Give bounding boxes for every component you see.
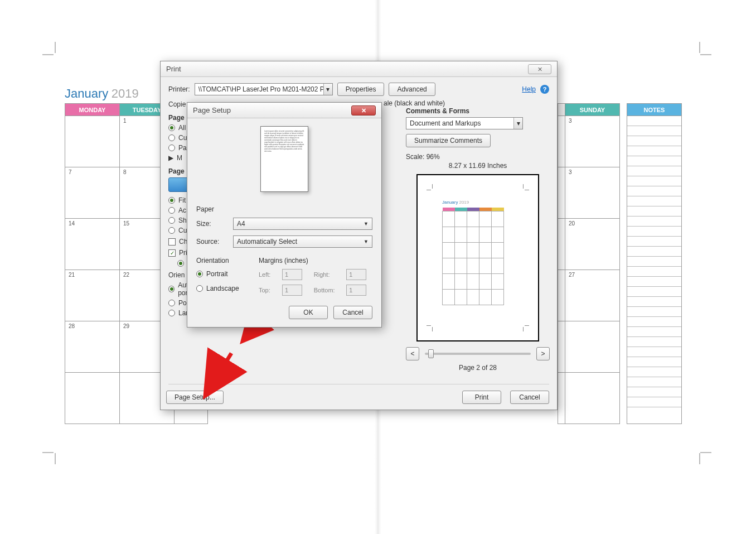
paper-dims: 8.27 x 11.69 Inches bbox=[406, 162, 550, 170]
print-both-checkbox[interactable]: ✓ bbox=[168, 249, 176, 257]
page-setup-thumbnail: Lorem ipsum dolor sit amet consectetur a… bbox=[260, 126, 308, 192]
page-setup-title: Page Setup bbox=[193, 103, 231, 118]
margin-right-label: Right: bbox=[314, 271, 341, 278]
choose-checkbox[interactable] bbox=[168, 238, 176, 246]
header-notes: NOTES bbox=[627, 104, 682, 116]
margin-left-input[interactable] bbox=[282, 269, 302, 280]
source-dropdown[interactable]: Automatically Select ▼ bbox=[233, 235, 372, 248]
calendar-right: SUNDAY NOTES 3 3 20 27 bbox=[558, 103, 682, 424]
scale-label: Scale: 96% bbox=[406, 153, 550, 161]
cancel-button[interactable]: Cancel bbox=[510, 391, 549, 404]
setup-landscape-radio[interactable]: Landscape bbox=[196, 285, 252, 292]
margin-bottom-label: Bottom: bbox=[314, 287, 341, 294]
page-setup-titlebar: Page Setup ✕ bbox=[187, 103, 381, 118]
page-of-label: Page 2 of 28 bbox=[406, 364, 550, 372]
comments-dropdown[interactable]: Document and Markups ▾ bbox=[406, 117, 523, 129]
margin-right-input[interactable] bbox=[346, 269, 366, 280]
chevron-down-icon: ▾ bbox=[323, 84, 332, 95]
print-dialog-titlebar: Print ✕ bbox=[161, 61, 557, 77]
print-dialog-close-button[interactable]: ✕ bbox=[528, 64, 551, 74]
size-label: Size: bbox=[196, 220, 227, 228]
preview-pane: Comments & Forms Document and Markups ▾ … bbox=[406, 105, 550, 362]
printer-dropdown[interactable]: \\TOMCAT\HP LaserJet Pro M201-M202 P( ▾ bbox=[195, 83, 333, 95]
margin-left-label: Left: bbox=[259, 271, 277, 278]
print-dialog-title: Print bbox=[166, 61, 181, 77]
margins-legend: Margins (inches) bbox=[259, 257, 372, 264]
margin-bottom-input[interactable] bbox=[346, 285, 366, 296]
preview-mini-calendar bbox=[442, 208, 504, 305]
preview-prev-button[interactable]: < bbox=[406, 347, 419, 360]
margin-top-label: Top: bbox=[259, 287, 277, 294]
calendar-month: January bbox=[65, 86, 108, 100]
page-setup-button[interactable]: Page Setup... bbox=[166, 391, 224, 404]
preview-next-button[interactable]: > bbox=[536, 347, 550, 360]
chevron-down-icon: ▾ bbox=[513, 118, 522, 129]
more-options-m: M bbox=[177, 154, 182, 162]
summarize-comments-button[interactable]: Summarize Comments bbox=[406, 134, 491, 147]
chevron-down-icon: ▼ bbox=[364, 221, 369, 227]
calendar-year: 2019 bbox=[112, 86, 139, 100]
paper-legend: Paper bbox=[196, 205, 372, 213]
size-tab-button[interactable] bbox=[168, 177, 188, 192]
properties-button[interactable]: Properties bbox=[337, 83, 385, 96]
printer-value: \\TOMCAT\HP LaserJet Pro M201-M202 P( bbox=[198, 85, 323, 93]
header-sunday: SUNDAY bbox=[565, 104, 620, 116]
more-options-arrow-icon[interactable]: ▶ bbox=[168, 154, 173, 162]
page-setup-close-button[interactable]: ✕ bbox=[351, 105, 376, 116]
help-link[interactable]: Help bbox=[522, 85, 536, 93]
preview-page: January 2019 bbox=[416, 174, 539, 341]
source-label: Source: bbox=[196, 238, 227, 246]
preview-zoom-slider[interactable] bbox=[425, 353, 531, 355]
chevron-down-icon: ▼ bbox=[364, 239, 369, 244]
preview-mini-title: January 2019 bbox=[442, 200, 469, 205]
page-setup-cancel-button[interactable]: Cancel bbox=[333, 306, 372, 319]
comments-forms-heading: Comments & Forms bbox=[406, 107, 550, 115]
calendar-title: January 2019 bbox=[65, 86, 139, 101]
setup-portrait-radio[interactable]: Portrait bbox=[196, 270, 252, 278]
margin-top-input[interactable] bbox=[282, 285, 302, 296]
page-setup-ok-button[interactable]: OK bbox=[289, 306, 328, 319]
help-icon[interactable]: ? bbox=[540, 85, 549, 94]
printer-label: Printer: bbox=[168, 85, 190, 93]
print-button[interactable]: Print bbox=[462, 391, 501, 404]
size-dropdown[interactable]: A4 ▼ bbox=[233, 218, 372, 230]
advanced-button[interactable]: Advanced bbox=[389, 83, 435, 96]
header-monday: MONDAY bbox=[65, 104, 120, 116]
orientation-legend: Orientation bbox=[196, 257, 252, 264]
page-setup-dialog: Page Setup ✕ Lorem ipsum dolor sit amet … bbox=[187, 102, 382, 328]
